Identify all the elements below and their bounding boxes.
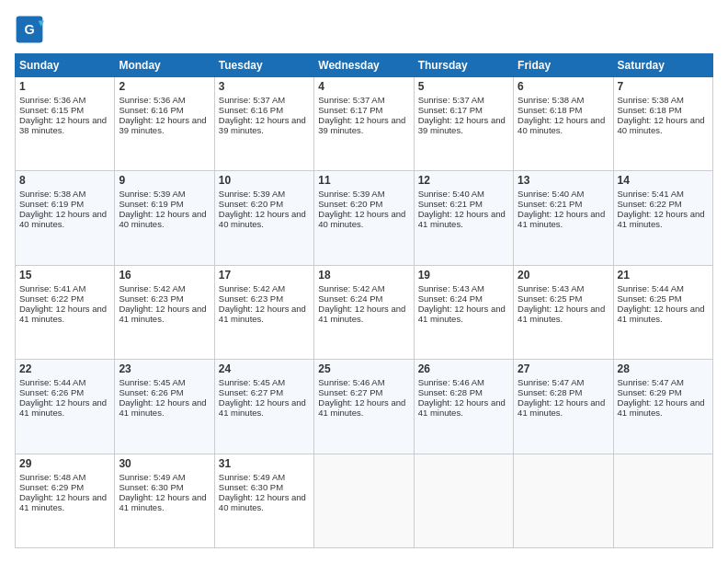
daylight-text: Daylight: 12 hours and 41 minutes. (618, 304, 705, 324)
col-header-friday: Friday (514, 54, 613, 77)
sunrise-text: Sunrise: 5:41 AM (618, 189, 684, 199)
sunset-text: Sunset: 6:22 PM (618, 199, 682, 209)
calendar-cell: 20Sunrise: 5:43 AMSunset: 6:25 PMDayligh… (514, 265, 613, 359)
svg-text:G: G (24, 22, 34, 37)
daylight-text: Daylight: 12 hours and 40 minutes. (318, 209, 405, 229)
day-number: 2 (119, 80, 210, 93)
col-header-monday: Monday (115, 54, 214, 77)
calendar-cell: 5Sunrise: 5:37 AMSunset: 6:17 PMDaylight… (414, 77, 513, 171)
day-number: 12 (418, 174, 509, 187)
sunrise-text: Sunrise: 5:46 AM (318, 377, 384, 387)
sunrise-text: Sunrise: 5:47 AM (618, 377, 684, 387)
sunrise-text: Sunrise: 5:38 AM (618, 95, 684, 105)
sunset-text: Sunset: 6:27 PM (318, 387, 382, 397)
calendar-cell: 13Sunrise: 5:40 AMSunset: 6:21 PMDayligh… (514, 171, 613, 265)
daylight-text: Daylight: 12 hours and 40 minutes. (119, 209, 206, 229)
header: G (15, 15, 713, 44)
day-number: 5 (418, 80, 509, 93)
sunrise-text: Sunrise: 5:44 AM (618, 283, 684, 293)
sunset-text: Sunset: 6:26 PM (19, 387, 84, 397)
sunset-text: Sunset: 6:30 PM (119, 482, 183, 492)
day-number: 31 (219, 457, 310, 470)
sunrise-text: Sunrise: 5:47 AM (518, 377, 584, 387)
sunrise-text: Sunrise: 5:39 AM (318, 189, 384, 199)
calendar-cell: 3Sunrise: 5:37 AMSunset: 6:16 PMDaylight… (214, 77, 313, 171)
col-header-sunday: Sunday (16, 54, 115, 77)
calendar-cell: 7Sunrise: 5:38 AMSunset: 6:18 PMDaylight… (613, 77, 712, 171)
day-number: 28 (618, 362, 709, 375)
daylight-text: Daylight: 12 hours and 40 minutes. (219, 209, 306, 229)
calendar-cell (613, 454, 712, 547)
sunrise-text: Sunrise: 5:37 AM (418, 95, 484, 105)
daylight-text: Daylight: 12 hours and 41 minutes. (418, 209, 506, 229)
sunrise-text: Sunrise: 5:42 AM (119, 283, 185, 293)
sunset-text: Sunset: 6:17 PM (418, 105, 483, 115)
sunrise-text: Sunrise: 5:48 AM (19, 472, 85, 482)
calendar-cell: 27Sunrise: 5:47 AMSunset: 6:28 PMDayligh… (514, 360, 613, 454)
daylight-text: Daylight: 12 hours and 41 minutes. (518, 304, 605, 324)
day-number: 25 (318, 362, 409, 375)
daylight-text: Daylight: 12 hours and 39 minutes. (119, 115, 206, 135)
day-number: 17 (219, 269, 310, 282)
sunrise-text: Sunrise: 5:36 AM (19, 95, 85, 105)
day-number: 4 (318, 80, 409, 93)
sunrise-text: Sunrise: 5:46 AM (418, 377, 484, 387)
calendar-cell: 11Sunrise: 5:39 AMSunset: 6:20 PMDayligh… (314, 171, 414, 265)
daylight-text: Daylight: 12 hours and 41 minutes. (318, 397, 405, 418)
sunrise-text: Sunrise: 5:43 AM (418, 283, 484, 293)
calendar-cell: 19Sunrise: 5:43 AMSunset: 6:24 PMDayligh… (414, 265, 513, 359)
daylight-text: Daylight: 12 hours and 41 minutes. (618, 397, 705, 418)
daylight-text: Daylight: 12 hours and 38 minutes. (19, 115, 107, 135)
sunrise-text: Sunrise: 5:42 AM (318, 283, 384, 293)
calendar-cell (514, 454, 613, 547)
sunset-text: Sunset: 6:24 PM (418, 293, 483, 304)
sunrise-text: Sunrise: 5:37 AM (219, 95, 285, 105)
sunset-text: Sunset: 6:17 PM (318, 105, 382, 115)
calendar-cell: 6Sunrise: 5:38 AMSunset: 6:18 PMDaylight… (514, 77, 613, 171)
calendar-cell: 30Sunrise: 5:49 AMSunset: 6:30 PMDayligh… (115, 454, 214, 547)
daylight-text: Daylight: 12 hours and 40 minutes. (618, 115, 705, 135)
col-header-thursday: Thursday (414, 54, 513, 77)
daylight-text: Daylight: 12 hours and 41 minutes. (19, 397, 107, 418)
calendar-cell: 15Sunrise: 5:41 AMSunset: 6:22 PMDayligh… (16, 265, 115, 359)
day-number: 19 (418, 269, 509, 282)
calendar-cell: 10Sunrise: 5:39 AMSunset: 6:20 PMDayligh… (214, 171, 313, 265)
daylight-text: Daylight: 12 hours and 41 minutes. (418, 304, 506, 324)
daylight-text: Daylight: 12 hours and 41 minutes. (19, 492, 107, 512)
sunset-text: Sunset: 6:28 PM (418, 387, 483, 397)
day-number: 7 (618, 80, 709, 93)
calendar-cell: 17Sunrise: 5:42 AMSunset: 6:23 PMDayligh… (214, 265, 313, 359)
col-header-tuesday: Tuesday (214, 54, 313, 77)
daylight-text: Daylight: 12 hours and 39 minutes. (219, 115, 306, 135)
calendar-cell: 21Sunrise: 5:44 AMSunset: 6:25 PMDayligh… (613, 265, 712, 359)
calendar-cell (314, 454, 414, 547)
sunrise-text: Sunrise: 5:49 AM (219, 472, 285, 482)
daylight-text: Daylight: 12 hours and 41 minutes. (418, 397, 506, 418)
day-number: 14 (618, 174, 709, 187)
calendar-table: SundayMondayTuesdayWednesdayThursdayFrid… (15, 53, 713, 548)
day-number: 11 (318, 174, 409, 187)
sunset-text: Sunset: 6:18 PM (618, 105, 682, 115)
calendar-cell: 16Sunrise: 5:42 AMSunset: 6:23 PMDayligh… (115, 265, 214, 359)
day-number: 22 (19, 362, 110, 375)
sunrise-text: Sunrise: 5:43 AM (518, 283, 584, 293)
day-number: 24 (219, 362, 310, 375)
sunset-text: Sunset: 6:19 PM (119, 199, 183, 209)
sunrise-text: Sunrise: 5:38 AM (518, 95, 584, 105)
day-number: 6 (518, 80, 609, 93)
daylight-text: Daylight: 12 hours and 40 minutes. (219, 492, 306, 512)
day-number: 26 (418, 362, 509, 375)
calendar-cell (414, 454, 513, 547)
col-header-saturday: Saturday (613, 54, 712, 77)
sunrise-text: Sunrise: 5:49 AM (119, 472, 185, 482)
sunrise-text: Sunrise: 5:39 AM (219, 189, 285, 199)
calendar-cell: 25Sunrise: 5:46 AMSunset: 6:27 PMDayligh… (314, 360, 414, 454)
calendar-cell: 12Sunrise: 5:40 AMSunset: 6:21 PMDayligh… (414, 171, 513, 265)
daylight-text: Daylight: 12 hours and 41 minutes. (618, 209, 705, 229)
sunset-text: Sunset: 6:15 PM (19, 105, 84, 115)
daylight-text: Daylight: 12 hours and 39 minutes. (318, 115, 405, 135)
day-number: 23 (119, 362, 210, 375)
day-number: 13 (518, 174, 609, 187)
sunset-text: Sunset: 6:19 PM (19, 199, 84, 209)
sunset-text: Sunset: 6:26 PM (119, 387, 183, 397)
